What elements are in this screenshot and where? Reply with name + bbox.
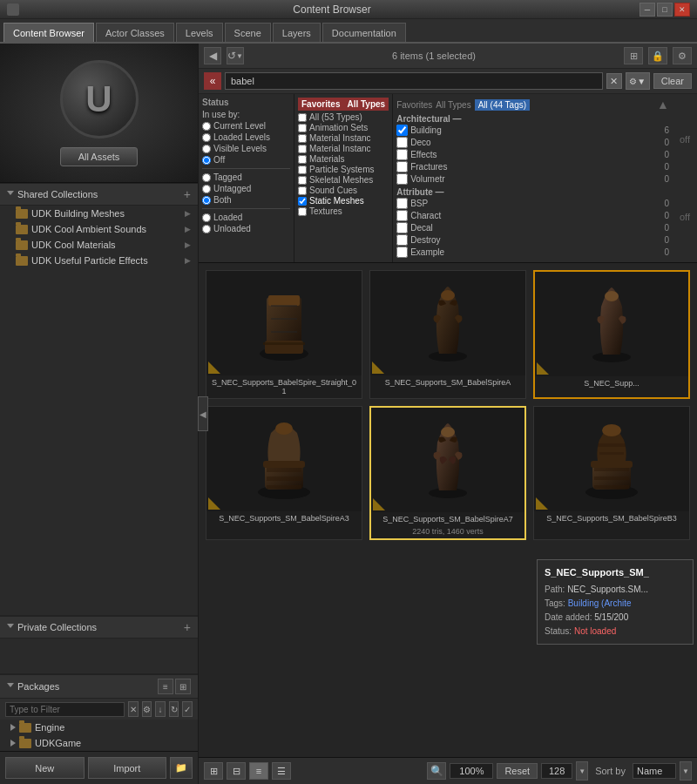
back-button[interactable]: ◀ [204,47,221,64]
type-sound-cues[interactable]: Sound Cues [298,186,389,195]
close-button[interactable]: ✕ [674,3,690,17]
tag-deco[interactable]: Deco 0 [396,137,669,148]
collapse-arrow[interactable]: ◀ [198,396,208,431]
new-button[interactable]: New [5,757,85,779]
tag-volumetr[interactable]: Volumetr 0 [396,173,669,185]
search-input[interactable] [225,72,603,90]
lock-button[interactable]: 🔒 [648,47,667,64]
tab-documentation[interactable]: Documentation [322,23,406,42]
maximize-button[interactable]: □ [657,3,673,17]
type-materials[interactable]: Materials [298,154,389,164]
asset-item[interactable]: StaticMesh [206,270,362,399]
sort-select[interactable] [633,763,676,779]
tag-destroy[interactable]: Destroy 0 [396,234,669,246]
loaded-radio[interactable]: Loaded [202,213,290,222]
type-all-checkbox[interactable]: All (53 Types) [298,112,389,122]
forward-button[interactable]: ↺▼ [227,47,244,64]
packages-settings[interactable]: ⚙ [142,701,152,717]
list-item[interactable]: UDK Cool Materials ▶ [0,237,198,253]
asset-item[interactable]: StaticMesh [206,406,362,540]
private-collections-header[interactable]: Private Collections + [0,616,198,639]
collection-arrow: ▶ [185,225,191,233]
view-list-button[interactable]: ☰ [272,762,291,780]
tab-levels[interactable]: Levels [176,23,223,42]
settings-button[interactable]: ⚙ [673,47,692,64]
tab-actor-classes[interactable]: Actor Classes [96,23,174,42]
add-private-collection-button[interactable]: + [184,620,191,634]
window-controls: ─ □ ✕ [639,3,690,17]
tag-bsp[interactable]: BSP 0 [396,198,669,209]
type-static-meshes[interactable]: Static Meshes [298,196,389,206]
view-medium-button[interactable]: ⊟ [227,762,246,780]
tag-effects[interactable]: Effects 0 [396,149,669,160]
packages-header[interactable]: Packages ≡ ⊞ [0,674,198,699]
add-shared-collection-button[interactable]: + [184,187,191,201]
packages-import[interactable]: ↓ [155,701,166,717]
favorites-tag-label[interactable]: Favorites [396,100,432,110]
all-types-label[interactable]: All Types [347,99,385,109]
sort-direction-button[interactable]: ▼ [680,761,692,781]
current-level-radio[interactable]: Current Level [202,121,290,131]
asset-item[interactable]: StaticMesh [369,406,526,540]
filter-collapse-button[interactable]: « [204,72,221,90]
tab-layers[interactable]: Layers [273,23,321,42]
list-item[interactable]: UDKGame [0,735,198,751]
all-tags-button[interactable]: All (44 Tags) [475,99,530,111]
visible-levels-radio[interactable]: Visible Levels [202,144,290,153]
sync-button[interactable]: ⊞ [624,47,643,64]
type-textures[interactable]: Textures [298,206,389,216]
packages-clear-filter[interactable]: ✕ [128,701,139,717]
import-button[interactable]: Import [88,757,167,779]
asset-item[interactable]: StaticMesh [369,270,526,399]
type-particle-systems[interactable]: Particle Systems [298,165,389,174]
both-radio[interactable]: Both [202,195,290,205]
untagged-radio[interactable]: Untagged [202,184,290,193]
tag-fractures[interactable]: Fractures 0 [396,161,669,172]
type-skeletal-meshes[interactable]: Skeletal Meshes [298,175,389,185]
search-clear-button[interactable]: ✕ [606,73,622,89]
tag-example[interactable]: Example 0 [396,247,669,258]
tab-content-browser[interactable]: Content Browser [3,23,94,42]
packages-filter-input[interactable] [5,702,125,717]
all-assets-button[interactable]: All Assets [60,147,139,166]
all-types-tag-label[interactable]: All Types [436,100,470,110]
asset-item[interactable]: StaticMesh [533,270,690,399]
tag-building[interactable]: Building 6 [396,125,669,136]
packages-grid-view[interactable]: ⊞ [175,679,191,694]
list-item[interactable]: UDK Cool Ambient Sounds ▶ [0,221,198,237]
packages-list-view[interactable]: ≡ [158,679,173,694]
tag-character[interactable]: Charact 0 [396,210,669,221]
zoom-input[interactable] [450,763,493,779]
clear-button[interactable]: Clear [653,73,692,89]
minimize-button[interactable]: ─ [639,3,655,17]
off-radio[interactable]: Off [202,155,290,165]
list-item[interactable]: UDK Building Meshes ▶ [0,206,198,221]
size-down-button[interactable]: ▼ [576,761,588,781]
favorites-label[interactable]: Favorites [301,99,340,109]
packages-refresh[interactable]: ↻ [169,701,179,717]
tab-scene[interactable]: Scene [225,23,271,42]
search-filter-button[interactable]: ⚙▼ [626,72,650,90]
shared-collections-header[interactable]: Shared Collections + [0,183,198,206]
tags-scroll-up[interactable]: ▲ [657,98,669,112]
size-input[interactable] [541,763,572,779]
folder-icon [16,225,28,234]
view-small-button[interactable]: ≡ [249,762,268,780]
list-item[interactable]: UDK Useful Particle Effects ▶ [0,253,198,268]
item-count: 6 items (1 selected) [249,51,619,61]
packages-check[interactable]: ✓ [182,701,193,717]
list-item[interactable]: Engine [0,720,198,735]
reset-zoom-button[interactable]: Reset [497,763,538,779]
view-large-button[interactable]: ⊞ [204,762,223,780]
unloaded-radio[interactable]: Unloaded [202,224,290,233]
asset-badge [373,498,385,510]
open-folder-button[interactable]: 📁 [170,757,193,779]
tag-decal[interactable]: Decal 0 [396,222,669,233]
search-assets-button[interactable]: 🔍 [427,762,446,780]
asset-item[interactable]: StaticMesh [533,406,690,540]
type-animation-sets[interactable]: Animation Sets [298,123,389,132]
type-material-instance-1[interactable]: Material Instanc [298,133,389,143]
tagged-radio[interactable]: Tagged [202,172,290,182]
type-material-instance-2[interactable]: Material Instanc [298,144,389,153]
loaded-levels-radio[interactable]: Loaded Levels [202,132,290,142]
